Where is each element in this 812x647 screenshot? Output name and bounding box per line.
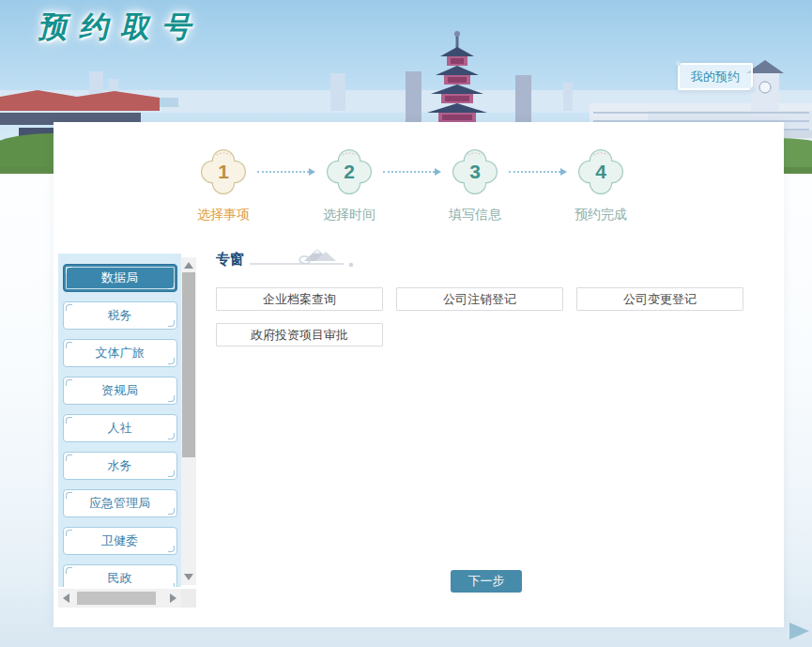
step-number: 2 — [324, 146, 375, 197]
page: 预约取号 我的预约 1 选择事项 — [0, 0, 812, 647]
department-label: 应急管理局 — [89, 496, 150, 510]
service-label: 公司变更登记 — [623, 292, 697, 306]
scroll-left-icon[interactable] — [63, 593, 69, 603]
horizontal-scroll-thumb[interactable] — [77, 592, 156, 605]
stepper-step: 3 填写信息 — [450, 146, 575, 197]
vertical-scroll-thumb[interactable] — [182, 272, 195, 457]
department-sidebar: 数据局 税务 文体广旅 资规局 人社 水务 — [58, 254, 181, 587]
department-label: 税务 — [108, 308, 132, 322]
service-button[interactable]: 企业档案查询 — [216, 287, 383, 311]
sidebar-horizontal-scrollbar[interactable] — [58, 589, 181, 608]
step-badge: 1 选择事项 — [198, 146, 249, 197]
step-number: 3 — [450, 146, 500, 197]
scroll-right-icon[interactable] — [170, 593, 176, 603]
service-button[interactable]: 公司注销登记 — [396, 287, 563, 311]
department-label: 卫健委 — [101, 533, 138, 547]
stepper-step: 1 选择事项 — [198, 146, 324, 197]
step-badge: 3 填写信息 — [450, 146, 500, 197]
department-label: 民政 — [108, 571, 132, 585]
service-button[interactable]: 公司变更登记 — [576, 287, 743, 311]
step-number: 4 — [575, 146, 626, 197]
page-title: 预约取号 — [38, 8, 203, 47]
service-list: 企业档案查询 公司注销登记 公司变更登记 政府投资项目审批 — [216, 287, 802, 347]
department-button[interactable]: 文体广旅 — [63, 339, 177, 367]
department-button[interactable]: 人社 — [63, 414, 177, 442]
service-label: 公司注销登记 — [443, 292, 516, 306]
stepper-step: 2 选择时间 — [324, 146, 450, 197]
step-connector-arrow-icon — [375, 146, 450, 197]
service-button[interactable]: 政府投资项目审批 — [216, 323, 383, 347]
next-step-button[interactable]: 下一步 — [451, 570, 522, 593]
department-button[interactable]: 民政 — [63, 564, 177, 587]
department-button[interactable]: 数据局 — [63, 264, 177, 292]
service-label: 企业档案查询 — [263, 292, 336, 306]
department-label: 文体广旅 — [96, 346, 145, 360]
background-chevron-icon — [789, 623, 809, 639]
my-appointments-button[interactable]: 我的预约 — [678, 63, 753, 90]
scrollbar-corner — [181, 589, 196, 608]
step-label: 选择时间 — [323, 207, 375, 223]
department-button[interactable]: 卫健委 — [63, 527, 177, 555]
stepper-step: 4 预约完成 — [575, 146, 626, 197]
step-label: 填写信息 — [449, 207, 501, 223]
service-label: 政府投资项目审批 — [251, 328, 348, 342]
step-badge: 2 选择时间 — [324, 146, 375, 197]
department-label: 水务 — [108, 458, 132, 472]
step-label: 选择事项 — [197, 207, 250, 223]
department-label: 资规局 — [101, 383, 138, 397]
sidebar-vertical-scrollbar[interactable] — [181, 257, 196, 585]
department-button[interactable]: 税务 — [63, 301, 177, 330]
department-button[interactable]: 水务 — [63, 452, 177, 480]
department-button[interactable]: 资规局 — [63, 377, 177, 405]
mountain-cloud-decoration-icon — [246, 246, 368, 270]
department-button[interactable]: 应急管理局 — [63, 489, 177, 517]
department-label: 人社 — [108, 421, 132, 435]
main-card: 1 选择事项 2 选择时间 — [54, 122, 784, 627]
department-label: 数据局 — [101, 270, 138, 285]
step-badge: 4 预约完成 — [575, 146, 626, 197]
step-connector-arrow-icon — [249, 146, 324, 197]
step-number: 1 — [198, 146, 249, 197]
section-title: 专窗 — [216, 251, 244, 270]
section-header: 专窗 — [216, 246, 368, 270]
stepper: 1 选择事项 2 选择时间 — [54, 146, 784, 197]
scroll-up-icon[interactable] — [184, 262, 193, 269]
scroll-down-icon[interactable] — [184, 574, 193, 580]
step-label: 预约完成 — [575, 207, 627, 223]
step-connector-arrow-icon — [500, 146, 575, 197]
